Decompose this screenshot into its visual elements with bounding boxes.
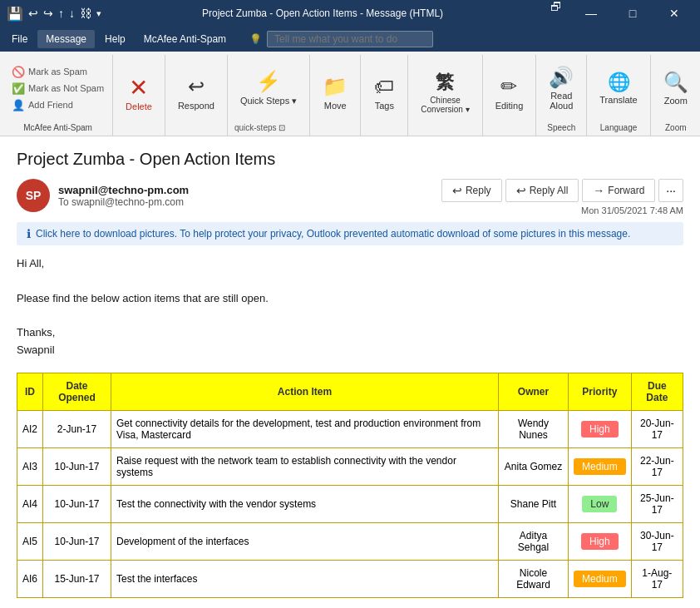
read-aloud-button[interactable]: 🔊 ReadAloud: [541, 58, 581, 118]
up-icon[interactable]: ↑: [58, 7, 64, 20]
ribbon-group-speech: 🔊 ReadAloud Speech: [536, 55, 587, 136]
translate-icon: 🌐: [608, 72, 630, 93]
more-actions-button[interactable]: ···: [658, 179, 683, 202]
zoom-content: 🔍 Zoom: [654, 55, 698, 121]
not-spam-icon: ✅: [12, 82, 25, 95]
cell-action: Get connectivity details for the develop…: [111, 410, 499, 447]
speech-group-label: Speech: [540, 121, 583, 136]
cell-date: 10-Jun-17: [43, 485, 111, 522]
chinese-conversion-button[interactable]: 繁 ChineseConversion ▾: [413, 63, 476, 123]
cell-id: AI4: [17, 485, 43, 522]
tags-icon: 🏷: [374, 75, 394, 99]
quick-steps-icon: ⚡: [256, 70, 281, 94]
info-icon: ℹ: [27, 227, 31, 240]
chain-icon[interactable]: ⛓: [80, 7, 91, 20]
ribbon-group-respond: ↩ Respond: [165, 55, 228, 136]
table-header-row: ID Date Opened Action Item Owner Priorit…: [17, 373, 683, 410]
email-header: SP swapnil@techno-pm.com To swapnil@tech…: [17, 179, 683, 215]
cell-action: Test the interfaces: [111, 560, 499, 597]
menu-message[interactable]: Message: [37, 30, 95, 48]
close-button[interactable]: ✕: [655, 0, 693, 27]
tags-group-label: [364, 131, 404, 136]
chinese-content: 繁 ChineseConversion ▾: [412, 55, 478, 131]
menu-file[interactable]: File: [3, 30, 36, 48]
move-icon: 📁: [323, 75, 348, 99]
window-title: Project Zumba - Open Action Items - Mess…: [108, 7, 537, 19]
cell-due-date: 25-Jun-17: [631, 485, 683, 522]
restore-down-icon[interactable]: 🗗: [544, 0, 569, 27]
cell-action: Development of the interfaces: [111, 522, 499, 560]
reply-icon: ↩: [452, 184, 462, 197]
quick-steps-content: ⚡ Quick Steps ▾: [231, 55, 306, 121]
email-date: Mon 31/05/2021 7:48 AM: [581, 205, 683, 215]
chinese-group-label: [412, 131, 478, 136]
mcafee-small-buttons: 🚫 Mark as Spam ✅ Mark as Not Spam 👤 Add …: [8, 64, 107, 113]
reply-all-icon: ↩: [516, 184, 526, 197]
cell-owner: Aditya Sehgal: [498, 522, 568, 560]
body-greeting: Hi All,: [17, 255, 683, 273]
title-bar-quick-access: 💾 ↩ ↪ ↑ ↓ ⛓ ▾: [7, 6, 101, 22]
mark-as-not-spam-button[interactable]: ✅ Mark as Not Spam: [8, 81, 107, 96]
minimize-button[interactable]: —: [572, 0, 610, 27]
window-controls: 🗗 — □ ✕: [544, 0, 693, 27]
translate-button[interactable]: 🌐 Translate: [592, 58, 644, 118]
save-icon[interactable]: 💾: [7, 6, 23, 22]
privacy-banner[interactable]: ℹ Click here to download pictures. To he…: [17, 222, 683, 245]
col-date: Date Opened: [43, 373, 111, 410]
menu-help[interactable]: Help: [96, 30, 134, 48]
search-box-container: 💡: [249, 31, 433, 47]
cell-priority: Medium: [569, 560, 632, 597]
menu-mcafee[interactable]: McAfee Anti-Spam: [136, 30, 234, 48]
table-row: AI4 10-Jun-17 Test the connectivity with…: [17, 485, 683, 522]
action-items-table: ID Date Opened Action Item Owner Priorit…: [17, 373, 683, 598]
chinese-icon: 繁: [436, 72, 454, 93]
zoom-button[interactable]: 🔍 Zoom: [656, 58, 696, 118]
body-thanks: Thanks,: [17, 324, 683, 342]
forward-button[interactable]: → Forward: [582, 179, 655, 202]
down-icon[interactable]: ↓: [69, 7, 75, 20]
sender-details: swapnil@techno-pm.com To swapnil@techno-…: [58, 184, 189, 208]
reply-button[interactable]: ↩ Reply: [441, 179, 502, 202]
cell-date: 10-Jun-17: [43, 447, 111, 485]
undo-icon[interactable]: ↩: [28, 7, 38, 20]
respond-button[interactable]: ↩ Respond: [170, 63, 222, 123]
ribbon-group-zoom: 🔍 Zoom Zoom: [651, 55, 700, 136]
cell-due-date: 1-Aug-17: [631, 560, 683, 597]
quick-steps-button[interactable]: ⚡ Quick Steps ▾: [233, 58, 304, 118]
body-main: Please find the below action items that …: [17, 290, 683, 308]
quick-steps-expand-icon[interactable]: ⊡: [279, 123, 285, 132]
cell-owner: Shane Pitt: [498, 485, 568, 522]
email-content-area: Project Zumba - Open Action Items SP swa…: [0, 136, 700, 608]
title-bar: 💾 ↩ ↪ ↑ ↓ ⛓ ▾ Project Zumba - Open Actio…: [0, 0, 700, 27]
cell-owner: Nicole Edward: [498, 560, 568, 597]
editing-content: ✏ Editing: [486, 55, 533, 131]
zoom-icon: 🔍: [663, 71, 688, 95]
mark-as-spam-button[interactable]: 🚫 Mark as Spam: [8, 64, 107, 80]
maximize-button[interactable]: □: [614, 0, 652, 27]
editing-button[interactable]: ✏ Editing: [488, 63, 531, 123]
col-priority: Priority: [569, 373, 632, 410]
search-input[interactable]: [267, 31, 433, 47]
ribbon-group-quick-steps: ⚡ Quick Steps ▾ quick-steps ⊡: [228, 55, 310, 136]
dropdown-icon[interactable]: ▾: [96, 8, 101, 19]
quick-steps-group-label: quick-steps ⊡: [231, 121, 306, 136]
move-group-label: [313, 131, 357, 136]
zoom-group-label: Zoom: [654, 121, 698, 136]
add-friend-button[interactable]: 👤 Add Friend: [8, 97, 107, 113]
delete-content: ✕ Delete: [116, 55, 161, 131]
reply-all-button[interactable]: ↩ Reply All: [505, 179, 579, 202]
cell-id: AI5: [17, 522, 43, 560]
respond-icon: ↩: [188, 75, 205, 99]
body-signature: Swapnil: [17, 342, 683, 359]
delete-button[interactable]: ✕ Delete: [118, 63, 160, 123]
avatar: SP: [17, 179, 50, 212]
table-row: AI3 10-Jun-17 Raise request with the net…: [17, 447, 683, 485]
cell-due-date: 22-Jun-17: [631, 447, 683, 485]
email-subject: Project Zumba - Open Action Items: [17, 150, 683, 169]
move-button[interactable]: 📁 Move: [315, 63, 355, 123]
tags-button[interactable]: 🏷 Tags: [366, 63, 402, 123]
redo-icon[interactable]: ↪: [43, 7, 53, 20]
col-id: ID: [17, 373, 43, 410]
ribbon-group-mcafee: 🚫 Mark as Spam ✅ Mark as Not Spam 👤 Add …: [3, 55, 113, 136]
editing-icon: ✏: [500, 75, 517, 99]
